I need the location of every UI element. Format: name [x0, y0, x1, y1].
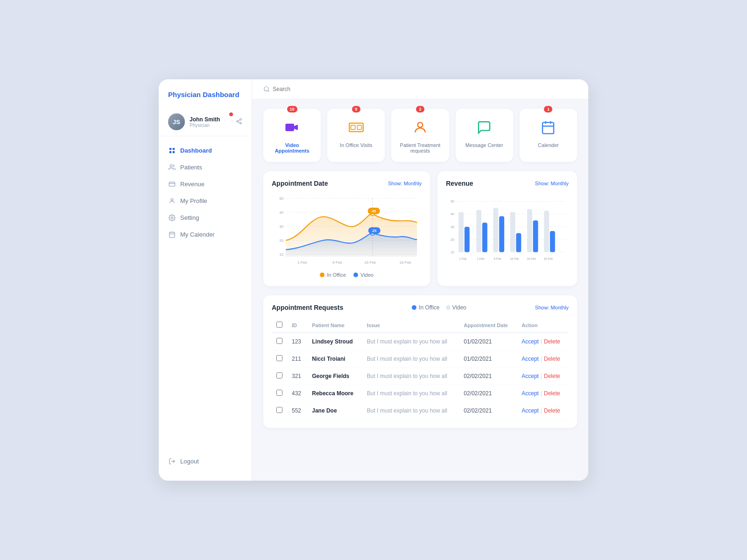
svg-point-2: [240, 122, 242, 124]
table-show[interactable]: Show: Monthly: [535, 305, 569, 310]
col-patient-name: Patient Name: [307, 318, 362, 333]
sidebar-item-dashboard-label: Dashboard: [180, 147, 212, 154]
col-action: Action: [517, 318, 569, 333]
col-issue: Issue: [362, 318, 459, 333]
accept-button[interactable]: Accept: [521, 407, 539, 414]
revenue-show-period[interactable]: Monthly: [550, 181, 569, 186]
profile-role: Physician: [190, 123, 231, 128]
delete-button[interactable]: Delete: [544, 390, 560, 397]
sidebar-item-dashboard[interactable]: Dashboard: [159, 142, 252, 159]
quick-card-message-center[interactable]: Message Center: [456, 109, 513, 162]
action-divider: |: [541, 338, 542, 345]
svg-rect-64: [465, 227, 470, 252]
filter-video[interactable]: Video: [446, 304, 466, 311]
row-checkbox-1[interactable]: [276, 355, 282, 361]
quick-card-patient-treatment[interactable]: 2 Patient Treatment requests: [391, 109, 449, 162]
revenue-bar-chart-area: 50 40 30 20 10 1 Feb 1 Feb: [446, 194, 569, 268]
legend-video-dot: [353, 273, 358, 277]
row-checkbox-0[interactable]: [276, 338, 282, 344]
calender-icon-wrap: [538, 117, 558, 138]
quick-card-calender[interactable]: 1 Calender: [520, 109, 577, 162]
appointment-chart-area: 50 40 30 20 10 1 Feb 8 Feb 16 Feb 16 Feb: [272, 194, 422, 268]
filter-in-office[interactable]: In Office: [412, 304, 439, 311]
logout-button[interactable]: Logout: [159, 453, 252, 469]
delete-button[interactable]: Delete: [544, 338, 560, 345]
select-all-checkbox[interactable]: [276, 322, 282, 328]
svg-line-20: [268, 91, 269, 92]
svg-text:16 Feb: 16 Feb: [544, 257, 553, 260]
legend-video-label: Video: [360, 272, 374, 278]
accept-button[interactable]: Accept: [521, 373, 539, 379]
sidebar-item-my-calender-label: My Calender: [180, 231, 215, 238]
quick-cards: 10 Video Appointments 8: [263, 109, 577, 162]
row-checkbox-cell: [272, 368, 287, 385]
revenue-chart-show[interactable]: Show: Monthly: [535, 181, 569, 186]
svg-rect-8: [172, 151, 174, 153]
accept-button[interactable]: Accept: [521, 338, 539, 345]
search-input[interactable]: [273, 86, 338, 92]
revenue-bar-chart: 50 40 30 20 10 1 Feb 1 Feb: [446, 194, 569, 268]
avatar: JS: [168, 113, 185, 130]
message-icon-wrap: [474, 117, 494, 138]
quick-card-video-appointments[interactable]: 10 Video Appointments: [263, 109, 321, 162]
cell-action: Accept | Delete: [517, 333, 569, 350]
row-checkbox-cell: [272, 333, 287, 350]
profile-info: John Smith Physician: [190, 116, 231, 128]
cell-issue: But I must explain to you how all: [362, 368, 459, 385]
appointment-chart-legend: In Office Video: [272, 272, 422, 278]
action-divider: |: [541, 407, 542, 414]
svg-text:16 Feb: 16 Feb: [510, 257, 519, 260]
row-checkbox-cell: [272, 402, 287, 420]
sidebar-item-setting[interactable]: Setting: [159, 209, 252, 226]
share-icon[interactable]: [236, 118, 242, 126]
row-checkbox-2[interactable]: [276, 372, 282, 378]
appointment-chart-show[interactable]: Show: Monthly: [388, 181, 422, 186]
sidebar-item-revenue-label: Revenue: [180, 181, 204, 188]
revenue-chart-card: Revenue Show: Monthly: [437, 171, 577, 286]
table-show-period[interactable]: Monthly: [550, 305, 569, 310]
my-calender-icon: [168, 231, 176, 238]
svg-text:30: 30: [279, 224, 283, 229]
svg-rect-66: [476, 210, 481, 252]
row-checkbox-3[interactable]: [276, 390, 282, 396]
row-checkbox-4[interactable]: [276, 407, 282, 413]
svg-text:10: 10: [451, 250, 454, 254]
svg-rect-73: [516, 233, 521, 252]
cell-action: Accept | Delete: [517, 402, 569, 420]
svg-rect-22: [349, 123, 363, 132]
accept-button[interactable]: Accept: [521, 356, 539, 362]
quick-card-in-office-visits[interactable]: 8 In Office Visits: [327, 109, 385, 162]
delete-button[interactable]: Delete: [544, 356, 560, 362]
sidebar-item-revenue[interactable]: Revenue: [159, 175, 252, 192]
table-row: 211 Nicci Troiani But I must explain to …: [272, 350, 569, 368]
delete-button[interactable]: Delete: [544, 373, 560, 379]
badge-calender: 1: [544, 106, 552, 112]
svg-rect-6: [172, 147, 174, 149]
row-checkbox-cell: [272, 350, 287, 368]
appointment-show-period[interactable]: Monthly: [404, 181, 422, 186]
sidebar-item-patients[interactable]: Patients: [159, 159, 252, 175]
accept-button[interactable]: Accept: [521, 390, 539, 397]
svg-rect-76: [533, 220, 538, 252]
action-buttons: Accept | Delete: [521, 338, 564, 345]
cell-action: Accept | Delete: [517, 385, 569, 402]
online-indicator: [229, 112, 233, 116]
table-filters: In Office Video: [412, 304, 466, 311]
svg-point-1: [237, 120, 239, 122]
table-row: 321 George Fields But I must explain to …: [272, 368, 569, 385]
sidebar-item-my-profile[interactable]: My Profile: [159, 192, 252, 209]
svg-rect-24: [357, 125, 361, 129]
cell-patient-name: Rebecca Moore: [307, 385, 362, 402]
cell-issue: But I must explain to you how all: [362, 402, 459, 420]
row-checkbox-cell: [272, 385, 287, 402]
cell-patient-name: Nicci Troiani: [307, 350, 362, 368]
svg-rect-14: [169, 232, 174, 237]
svg-line-4: [238, 119, 240, 120]
svg-rect-79: [550, 231, 555, 252]
search-box: [263, 86, 338, 92]
svg-point-0: [240, 119, 242, 120]
sidebar-item-my-calender[interactable]: My Calender: [159, 226, 252, 243]
action-buttons: Accept | Delete: [521, 390, 564, 397]
in-office-icon: [349, 122, 364, 133]
delete-button[interactable]: Delete: [544, 407, 560, 414]
